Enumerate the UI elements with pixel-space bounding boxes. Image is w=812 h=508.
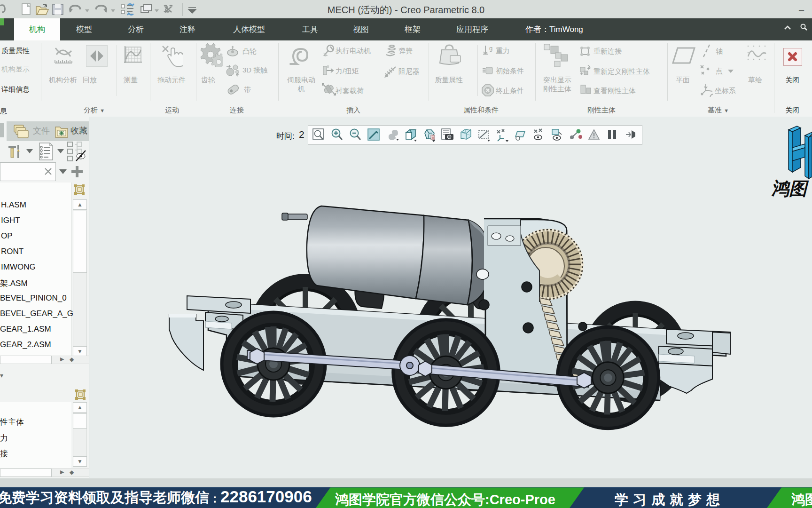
svg-text:g: g <box>489 45 492 52</box>
